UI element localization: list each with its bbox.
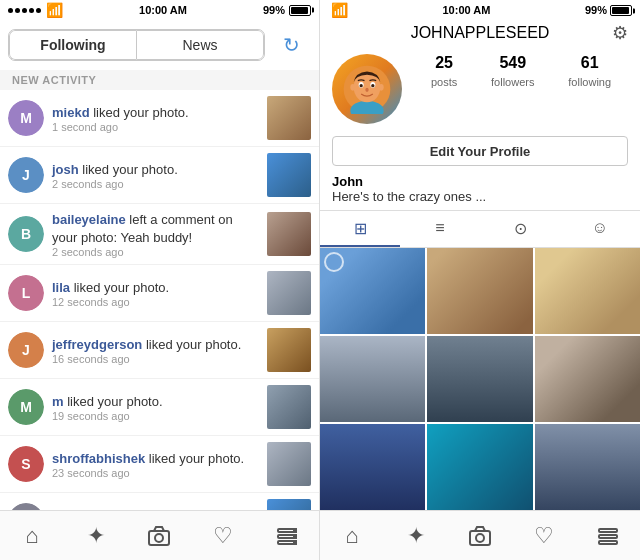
activity-username[interactable]: shroffabhishek bbox=[52, 451, 145, 466]
activity-item: Mm liked your photo.19 seconds ago bbox=[0, 379, 319, 436]
settings-gear-button[interactable]: ⚙ bbox=[612, 22, 628, 44]
photo-cell[interactable] bbox=[320, 248, 425, 334]
svg-point-13 bbox=[360, 84, 363, 87]
avatar: B bbox=[8, 503, 44, 510]
activity-item: Bbaileyelaine left a comment on your pho… bbox=[0, 204, 319, 265]
nav-activity-btn[interactable]: ♡ bbox=[203, 516, 243, 556]
svg-point-19 bbox=[476, 534, 484, 542]
activity-time: 2 seconds ago bbox=[52, 178, 259, 190]
profile-header: JOHNAPPLESEED ⚙ bbox=[320, 20, 640, 46]
view-tab-list[interactable]: ≡ bbox=[400, 211, 480, 247]
nav-home-btn[interactable]: ⌂ bbox=[12, 516, 52, 556]
svg-rect-22 bbox=[599, 541, 617, 544]
photo-cell[interactable] bbox=[535, 248, 640, 334]
stat-number-followers: 549 bbox=[491, 54, 534, 72]
profile-bio: John Here's to the crazy ones ... bbox=[320, 170, 640, 210]
nav-camera-btn[interactable] bbox=[139, 516, 179, 556]
activity-text: miekd liked your photo.1 second ago bbox=[52, 103, 259, 133]
battery-percent: 99% bbox=[263, 4, 285, 16]
right-status-bar: 📶 10:00 AM 99% bbox=[320, 0, 640, 20]
activity-item: Llila liked your photo.12 seconds ago bbox=[0, 265, 319, 322]
activity-username[interactable]: m bbox=[52, 394, 64, 409]
activity-username[interactable]: miekd bbox=[52, 105, 90, 120]
activity-action: liked your photo. bbox=[64, 394, 163, 409]
view-tab-grid[interactable]: ⊞ bbox=[320, 211, 400, 247]
refresh-button[interactable]: ↻ bbox=[271, 25, 311, 65]
activity-text: m liked your photo.19 seconds ago bbox=[52, 392, 259, 422]
tab-following[interactable]: Following bbox=[9, 30, 136, 60]
right-battery-area: 99% bbox=[585, 4, 632, 16]
activity-username[interactable]: baileyelaine bbox=[52, 212, 126, 227]
photo-cell[interactable] bbox=[427, 248, 532, 334]
right-nav-camera-btn[interactable] bbox=[460, 516, 500, 556]
bio-text: Here's to the crazy ones ... bbox=[332, 189, 628, 204]
profile-username: JOHNAPPLESEED bbox=[411, 24, 550, 42]
photo-cell[interactable] bbox=[535, 424, 640, 510]
right-nav-profile-btn[interactable] bbox=[588, 516, 628, 556]
profile-info: 25posts549followers61following bbox=[320, 46, 640, 132]
photo-cell[interactable] bbox=[320, 424, 425, 510]
section-header: NEW ACTIVITY bbox=[0, 70, 319, 90]
activity-item: Bbrina liked your photo.43 seconds ago bbox=[0, 493, 319, 510]
activity-action: liked your photo. bbox=[142, 337, 241, 352]
segment-control: Following News bbox=[8, 29, 265, 61]
bio-name: John bbox=[332, 174, 628, 189]
right-battery-icon bbox=[610, 5, 632, 16]
view-tabs: ⊞≡⊙☺ bbox=[320, 210, 640, 248]
photo-cell[interactable] bbox=[535, 336, 640, 422]
profile-stats: 25posts549followers61following bbox=[414, 54, 628, 90]
right-nav-home-btn[interactable]: ⌂ bbox=[332, 516, 372, 556]
activity-item: Jjeffreydgerson liked your photo.16 seco… bbox=[0, 322, 319, 379]
svg-rect-7 bbox=[294, 541, 296, 544]
activity-thumbnail[interactable] bbox=[267, 442, 311, 486]
view-tab-tagged[interactable]: ☺ bbox=[560, 211, 640, 247]
activity-time: 23 seconds ago bbox=[52, 467, 259, 479]
activity-text: josh liked your photo.2 seconds ago bbox=[52, 160, 259, 190]
avatar: B bbox=[8, 216, 44, 252]
avatar: J bbox=[8, 157, 44, 193]
right-battery-percent: 99% bbox=[585, 4, 607, 16]
activity-thumbnail[interactable] bbox=[267, 328, 311, 372]
left-panel: 📶 10:00 AM 99% Following News ↻ NEW ACTI… bbox=[0, 0, 320, 560]
activity-username[interactable]: josh bbox=[52, 162, 79, 177]
nav-profile-btn[interactable] bbox=[267, 516, 307, 556]
activity-thumbnail[interactable] bbox=[267, 153, 311, 197]
right-panel: 📶 10:00 AM 99% JOHNAPPLESEED ⚙ bbox=[320, 0, 640, 560]
activity-thumbnail[interactable] bbox=[267, 385, 311, 429]
nav-explore-btn[interactable]: ✦ bbox=[76, 516, 116, 556]
right-nav-explore-btn[interactable]: ✦ bbox=[396, 516, 436, 556]
right-bottom-nav: ⌂ ✦ ♡ bbox=[320, 510, 640, 560]
photo-cell[interactable] bbox=[320, 336, 425, 422]
activity-thumbnail[interactable] bbox=[267, 96, 311, 140]
stat-following: 61following bbox=[568, 54, 611, 90]
battery-area: 99% bbox=[263, 4, 311, 16]
activity-thumbnail[interactable] bbox=[267, 499, 311, 510]
svg-point-1 bbox=[155, 534, 163, 542]
stat-number-posts: 25 bbox=[431, 54, 457, 72]
tab-news[interactable]: News bbox=[136, 30, 264, 60]
activity-action: liked your photo. bbox=[79, 162, 178, 177]
right-nav-activity-btn[interactable]: ♡ bbox=[524, 516, 564, 556]
activity-time: 16 seconds ago bbox=[52, 353, 259, 365]
right-time: 10:00 AM bbox=[443, 4, 491, 16]
avatar: M bbox=[8, 100, 44, 136]
photo-cell[interactable] bbox=[427, 336, 532, 422]
photo-cell[interactable] bbox=[427, 424, 532, 510]
left-time: 10:00 AM bbox=[139, 4, 187, 16]
activity-item: Mmiekd liked your photo.1 second ago bbox=[0, 90, 319, 147]
svg-rect-5 bbox=[294, 529, 296, 532]
activity-username[interactable]: lila bbox=[52, 280, 70, 295]
left-bottom-nav: ⌂ ✦ ♡ bbox=[0, 510, 319, 560]
activity-username[interactable]: jeffreydgerson bbox=[52, 337, 142, 352]
svg-rect-6 bbox=[294, 535, 296, 538]
edit-profile-button[interactable]: Edit Your Profile bbox=[332, 136, 628, 166]
activity-thumbnail[interactable] bbox=[267, 212, 311, 256]
activity-time: 1 second ago bbox=[52, 121, 259, 133]
activity-time: 2 seconds ago bbox=[52, 246, 259, 258]
avatar: M bbox=[8, 389, 44, 425]
activity-text: lila liked your photo.12 seconds ago bbox=[52, 278, 259, 308]
view-tab-location[interactable]: ⊙ bbox=[480, 211, 560, 247]
activity-thumbnail[interactable] bbox=[267, 271, 311, 315]
stat-label-followers: followers bbox=[491, 76, 534, 88]
profile-avatar bbox=[332, 54, 402, 124]
